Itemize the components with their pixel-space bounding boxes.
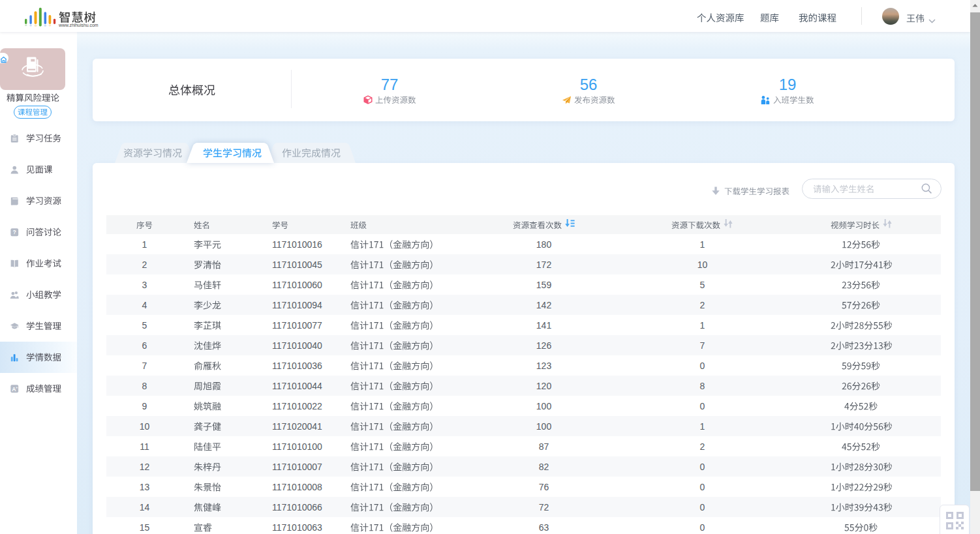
- svg-text:?: ?: [13, 230, 16, 235]
- svg-text:+: +: [16, 385, 18, 389]
